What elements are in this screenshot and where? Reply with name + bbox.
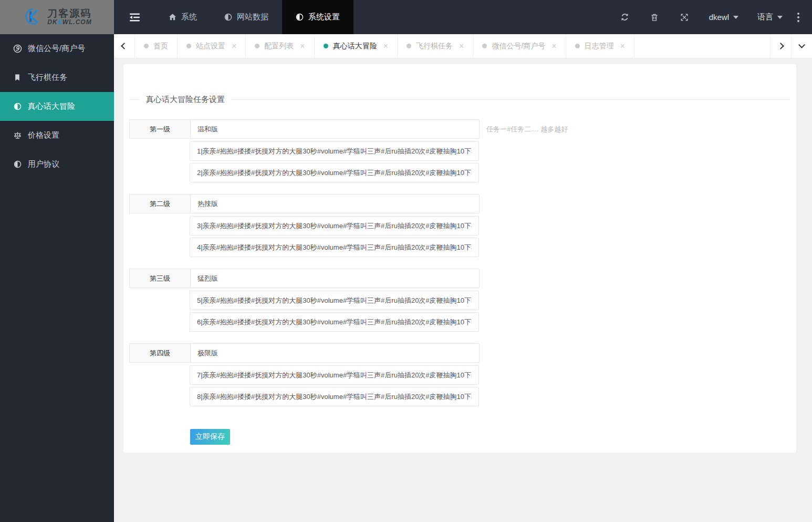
app-logo[interactable]: 刀客源码 DKEWL.COM [0, 0, 114, 34]
tab-label: 飞行棋任务 [416, 42, 453, 51]
sidebar-item-1[interactable]: 微信公号/商户号 [0, 34, 114, 63]
fullscreen-icon[interactable] [670, 0, 700, 34]
main-menu: 系统网站数据系统设置 [155, 0, 353, 34]
tab-close-icon[interactable]: × [459, 42, 464, 50]
tab-bar: 首页站点设置×配置列表×真心话大冒险×飞行棋任务×微信公号/商户号×日志管理× [114, 34, 812, 58]
logo-icon [22, 6, 44, 28]
task-group: 第三级 [129, 269, 790, 332]
navbar-actions: dkewl 语言 [610, 0, 812, 34]
tabs-scroll-left-button[interactable] [114, 34, 135, 58]
version-input[interactable] [190, 194, 480, 213]
language-label: 语言 [757, 12, 773, 22]
logo-text: 刀客源码 DKEWL.COM [47, 8, 91, 26]
tab-dot-icon [482, 44, 487, 48]
caret-down-icon [733, 16, 738, 19]
sidebar-item-label: 价格设置 [28, 130, 59, 140]
task-input[interactable] [190, 216, 479, 236]
home-icon [169, 13, 176, 21]
sidebar: 微信公号/商户号飞行棋任务真心话大冒险价格设置用户协议 [0, 34, 114, 522]
version-input[interactable] [190, 269, 480, 288]
sidebar-item-label: 微信公号/商户号 [28, 44, 85, 54]
adjust-icon [13, 160, 22, 168]
task-input[interactable] [190, 387, 479, 406]
open-tabs: 首页站点设置×配置列表×真心话大冒险×飞行棋任务×微信公号/商户号×日志管理× [135, 34, 770, 58]
tab-close-icon[interactable]: × [551, 42, 556, 50]
logo-title: 刀客源码 [47, 8, 91, 19]
task-group: 第二级 [129, 194, 790, 257]
tab-label: 站点设置 [196, 42, 225, 51]
save-button[interactable]: 立即保存 [190, 429, 230, 445]
task-input[interactable] [190, 365, 479, 385]
tab-close-icon[interactable]: × [300, 42, 305, 50]
tab-6[interactable]: 微信公号/商户号× [473, 34, 566, 58]
sidebar-item-label: 真心话大冒险 [28, 101, 75, 111]
settings-card: 真心话大冒险任务设置 第一级任务一#任务二.... 越多越好第二级第三级第四级 … [123, 64, 796, 453]
task-group: 第一级任务一#任务二.... 越多越好 [129, 119, 790, 182]
task-input[interactable] [190, 291, 479, 310]
tab-1[interactable]: 首页 [135, 34, 178, 58]
title-divider-right [231, 99, 790, 100]
tab-close-icon[interactable]: × [620, 42, 625, 50]
user-menu[interactable]: dkewl [700, 0, 748, 34]
chevron-right-icon [777, 43, 784, 49]
help-text: 任务一#任务二.... 越多越好 [486, 125, 568, 134]
sidebar-item-label: 用户协议 [28, 159, 59, 169]
nav-item-1[interactable]: 系统 [155, 0, 211, 34]
tab-dot-icon [144, 44, 149, 48]
level-label: 第四级 [129, 343, 191, 363]
version-input[interactable] [190, 343, 480, 363]
task-input[interactable] [190, 163, 479, 182]
tab-3[interactable]: 配置列表× [246, 34, 314, 58]
tab-label: 真心话大冒险 [333, 42, 377, 51]
sidebar-item-3[interactable]: 真心话大冒险 [0, 92, 114, 121]
nav-item-2[interactable]: 网站数据 [211, 0, 282, 34]
tab-label: 微信公号/商户号 [492, 42, 545, 51]
tab-close-icon[interactable]: × [232, 42, 236, 50]
tab-2[interactable]: 站点设置× [178, 34, 246, 58]
task-input[interactable] [190, 238, 479, 257]
nav-item-label: 系统 [181, 12, 197, 22]
tab-dot-icon [255, 44, 259, 48]
tab-4[interactable]: 真心话大冒险× [315, 34, 398, 58]
caret-down-icon [777, 16, 783, 19]
scale-icon [13, 131, 22, 140]
task-settings-form: 第一级任务一#任务二.... 越多越好第二级第三级第四级 [129, 119, 790, 406]
title-divider-left [129, 99, 140, 100]
refresh-icon[interactable] [610, 0, 640, 34]
trash-icon[interactable] [640, 0, 670, 34]
nav-item-label: 系统设置 [308, 12, 340, 22]
sidebar-item-4[interactable]: 价格设置 [0, 121, 114, 150]
more-menu-icon[interactable] [792, 13, 807, 22]
chevron-down-icon [798, 42, 805, 48]
tab-dot-icon [186, 44, 191, 48]
task-input[interactable] [190, 141, 479, 161]
tab-label: 配置列表 [264, 42, 294, 51]
adjust-icon [224, 13, 232, 21]
tab-close-icon[interactable]: × [383, 42, 388, 50]
section-title-row: 真心话大冒险任务设置 [129, 95, 790, 105]
tab-dot-icon [407, 44, 411, 48]
chevron-left-icon [121, 43, 128, 49]
sidebar-item-label: 飞行棋任务 [28, 73, 67, 83]
task-group: 第四级 [129, 343, 790, 406]
nav-item-3[interactable]: 系统设置 [282, 0, 353, 34]
logo-subtitle: DKEWL.COM [47, 19, 91, 26]
nav-item-label: 网站数据 [237, 12, 268, 22]
version-input[interactable] [190, 119, 480, 139]
tab-dot-icon [575, 44, 580, 48]
level-label: 第一级 [129, 119, 191, 139]
tab-dot-icon [324, 44, 328, 48]
tab-label: 首页 [153, 42, 168, 51]
sidebar-toggle-icon[interactable] [114, 0, 155, 34]
tabs-scroll-right-button[interactable] [770, 34, 791, 58]
tab-5[interactable]: 飞行棋任务× [398, 34, 473, 58]
language-menu[interactable]: 语言 [748, 0, 792, 34]
sidebar-item-5[interactable]: 用户协议 [0, 150, 114, 179]
sidebar-item-2[interactable]: 飞行棋任务 [0, 63, 114, 92]
tab-7[interactable]: 日志管理× [566, 34, 634, 58]
top-navbar: 刀客源码 DKEWL.COM 系统网站数据系统设置 dkewl 语言 [0, 0, 812, 34]
level-label: 第三级 [129, 269, 191, 288]
task-input[interactable] [190, 312, 479, 332]
wechat-icon [13, 44, 22, 53]
tabs-menu-button[interactable] [791, 34, 812, 58]
